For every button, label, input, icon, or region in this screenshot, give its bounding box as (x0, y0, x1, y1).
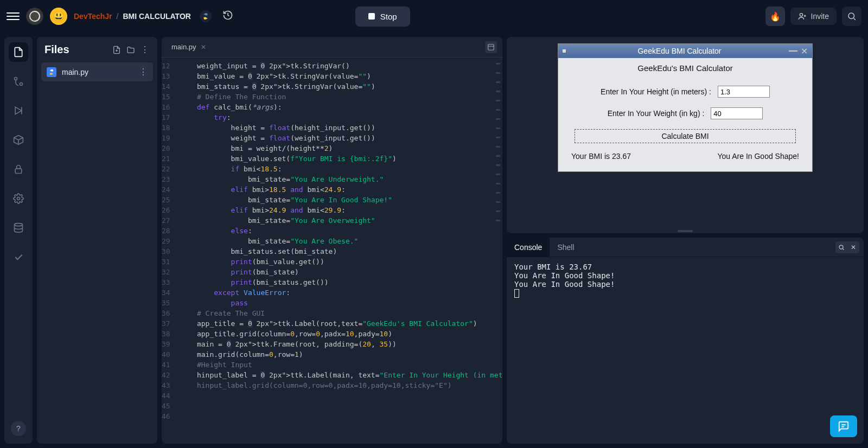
app-heading: GeekEdu's BMI Calculator (569, 61, 801, 86)
editor-tab[interactable]: main.py ✕ (167, 41, 210, 53)
rail-packages[interactable] (9, 130, 28, 150)
app-titlebar[interactable]: GeekEdu BMI Calculator ✕ (558, 44, 812, 58)
stop-icon (368, 13, 375, 20)
invite-icon (798, 12, 807, 21)
menu-icon[interactable] (7, 10, 20, 23)
stop-label: Stop (380, 12, 397, 21)
files-title: Files (44, 43, 107, 56)
weight-input[interactable] (711, 107, 763, 119)
stop-button[interactable]: Stop (355, 7, 410, 27)
rail-debug[interactable] (9, 101, 28, 120)
breadcrumb-user[interactable]: DevTechJr (74, 12, 112, 21)
tab-console[interactable]: Console (507, 238, 550, 257)
breadcrumb-project[interactable]: BMI CALCULATOR (123, 12, 190, 21)
file-more-icon[interactable]: ⋮ (139, 67, 148, 77)
help-button[interactable]: ? (11, 421, 26, 436)
new-folder-icon[interactable] (126, 46, 136, 54)
breadcrumb: DevTechJr / BMI CALCULATOR (74, 12, 191, 21)
app-window: GeekEdu BMI Calculator ✕ GeekEdu's BMI C… (558, 43, 813, 172)
console-output[interactable]: Your BMI is 23.67 You Are In Good Shape!… (507, 257, 864, 444)
svg-point-2 (848, 13, 854, 19)
console-panel: Console Shell ✕ Your BMI is 23.67 You Ar… (507, 238, 864, 444)
files-more-icon[interactable]: ⋮ (140, 44, 150, 55)
rail-settings[interactable] (9, 189, 28, 208)
chat-fab[interactable] (830, 415, 857, 437)
output-panel: GeekEdu BMI Calculator ✕ GeekEdu's BMI C… (507, 37, 864, 233)
tab-label: main.py (171, 43, 196, 51)
code-editor[interactable]: 1213141516171819202122232425262728293031… (162, 57, 502, 444)
breadcrumb-sep: / (117, 12, 119, 21)
file-name: main.py (62, 68, 133, 76)
svg-point-3 (15, 78, 17, 80)
svg-point-9 (839, 245, 843, 249)
python-file-icon (47, 67, 56, 77)
svg-point-1 (800, 14, 802, 16)
minimap[interactable] (496, 63, 500, 221)
minimize-icon[interactable] (789, 50, 797, 52)
height-label: Enter In Your Height (in meters) : (601, 87, 711, 96)
svg-point-7 (15, 223, 23, 226)
svg-point-4 (20, 83, 23, 86)
python-badge (200, 10, 212, 22)
console-search-icon[interactable] (835, 241, 847, 253)
status-result: You Are In Good Shape! (718, 152, 800, 161)
left-rail: ? (4, 37, 33, 444)
rail-version[interactable] (9, 72, 28, 91)
rail-tests[interactable] (9, 247, 28, 267)
editor-panel: main.py ✕ 121314151617181920212223242526… (162, 37, 502, 444)
tab-shell[interactable]: Shell (550, 238, 582, 257)
calculate-button[interactable]: Calculate BMI (575, 129, 796, 143)
height-input[interactable] (718, 86, 770, 98)
rail-secrets[interactable] (9, 159, 28, 179)
panel-resize-handle[interactable] (678, 230, 693, 232)
svg-point-6 (17, 197, 20, 200)
app-menu-icon (563, 49, 566, 53)
invite-label: Invite (811, 12, 829, 21)
invite-button[interactable]: Invite (790, 8, 837, 25)
weight-label: Enter In Your Weight (in kg) : (608, 109, 705, 118)
replit-logo[interactable] (26, 8, 43, 25)
files-panel: Files ⋮ main.py ⋮ (37, 37, 157, 444)
avatar[interactable]: 😃 (50, 8, 67, 25)
rail-database[interactable] (9, 218, 28, 238)
tab-close-icon[interactable]: ✕ (201, 43, 206, 51)
editor-layout-icon[interactable] (485, 41, 497, 53)
new-file-icon[interactable] (112, 46, 122, 54)
search-icon[interactable] (842, 7, 861, 26)
history-icon[interactable] (222, 10, 233, 23)
close-icon[interactable]: ✕ (801, 46, 808, 56)
file-item[interactable]: main.py ⋮ (41, 62, 153, 81)
svg-rect-5 (15, 169, 22, 173)
bmi-result: Your BMI is 23.67 (571, 152, 631, 161)
app-window-title: GeekEdu BMI Calculator (570, 47, 789, 55)
rail-files[interactable] (9, 42, 28, 62)
svg-rect-8 (488, 44, 494, 50)
console-clear-icon[interactable]: ✕ (847, 241, 859, 253)
streak-icon[interactable]: 🔥 (765, 7, 785, 26)
